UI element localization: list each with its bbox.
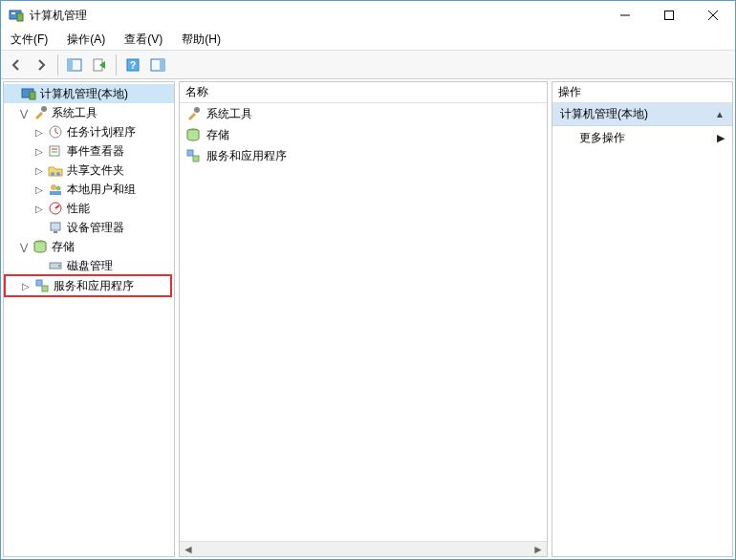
list-panel: 名称 系统工具 存储 服务和应用程序 ◄ <box>179 81 548 557</box>
svg-rect-5 <box>68 59 73 71</box>
export-list-button[interactable] <box>88 54 111 76</box>
svg-point-13 <box>41 106 47 112</box>
tree-label: 存储 <box>52 239 75 255</box>
tools-icon <box>185 106 201 121</box>
services-icon <box>185 148 201 163</box>
device-manager-icon <box>48 220 63 235</box>
window-controls <box>603 1 735 30</box>
svg-rect-33 <box>187 150 193 156</box>
tree-label: 任务计划程序 <box>67 124 136 140</box>
tree-device-manager[interactable]: ▷ 设备管理器 <box>4 218 174 237</box>
tree-storage[interactable]: ⋁ 存储 <box>4 237 174 256</box>
main-area: ▶ 计算机管理(本地) ⋁ 系统工具 ▷ 任务计划程序 <box>1 79 735 559</box>
computer-management-icon <box>9 8 24 23</box>
tools-icon <box>32 105 48 120</box>
tree-label: 磁盘管理 <box>67 258 113 274</box>
actions-header: 操作 <box>552 82 732 103</box>
tree-shared-folders[interactable]: ▷ 共享文件夹 <box>4 161 174 180</box>
toolbar-separator <box>116 54 117 75</box>
tree-label: 共享文件夹 <box>67 162 124 179</box>
svg-rect-16 <box>52 148 57 150</box>
svg-point-18 <box>51 172 54 176</box>
svg-text:?: ? <box>130 60 136 71</box>
actions-pane-button[interactable] <box>146 54 169 76</box>
chevron-right-icon[interactable]: ▷ <box>32 144 46 158</box>
svg-rect-12 <box>30 92 35 99</box>
list-item-storage[interactable]: 存储 <box>180 124 547 145</box>
list-item-label: 存储 <box>206 127 229 143</box>
back-button[interactable] <box>5 54 28 76</box>
list-column-header-name[interactable]: 名称 <box>180 82 547 103</box>
menu-view[interactable]: 查看(V) <box>120 30 166 50</box>
tree-local-users[interactable]: ▷ 本地用户和组 <box>4 180 174 199</box>
actions-header-label: 操作 <box>558 84 581 100</box>
maximize-button[interactable] <box>647 1 691 30</box>
list-body: 系统工具 存储 服务和应用程序 <box>180 103 547 541</box>
horizontal-scrollbar[interactable]: ◄ ► <box>180 541 547 556</box>
disk-icon <box>48 258 63 273</box>
menu-action[interactable]: 操作(A) <box>63 30 109 50</box>
svg-rect-17 <box>52 151 57 153</box>
chevron-right-icon[interactable]: ▷ <box>32 125 46 139</box>
chevron-right-icon[interactable]: ▷ <box>32 202 46 215</box>
svg-rect-10 <box>160 59 164 71</box>
minimize-button[interactable] <box>603 1 647 30</box>
tree-system-tools[interactable]: ⋁ 系统工具 <box>4 103 174 122</box>
svg-rect-3 <box>665 11 674 20</box>
event-viewer-icon <box>48 143 63 159</box>
chevron-down-icon[interactable]: ⋁ <box>17 106 31 119</box>
actions-body: 计算机管理(本地) ▲ 更多操作 ▶ <box>552 103 732 556</box>
svg-point-19 <box>56 172 60 176</box>
tree-disk-management[interactable]: ▷ 磁盘管理 <box>4 256 174 275</box>
actions-section-header[interactable]: 计算机管理(本地) ▲ <box>552 103 732 126</box>
chevron-up-icon: ▲ <box>715 109 725 119</box>
storage-icon <box>185 127 201 142</box>
navigation-tree: ▶ 计算机管理(本地) ⋁ 系统工具 ▷ 任务计划程序 <box>4 82 174 556</box>
actions-more-actions[interactable]: 更多操作 ▶ <box>552 126 732 150</box>
svg-rect-25 <box>54 231 57 233</box>
users-icon <box>48 182 63 197</box>
tree-panel: ▶ 计算机管理(本地) ⋁ 系统工具 ▷ 任务计划程序 <box>3 81 175 557</box>
tree-root[interactable]: ▶ 计算机管理(本地) <box>4 84 174 103</box>
scroll-left-icon[interactable]: ◄ <box>182 543 195 556</box>
clock-icon <box>48 124 63 140</box>
chevron-down-icon[interactable]: ⋁ <box>17 240 31 253</box>
titlebar: 计算机管理 <box>1 1 735 30</box>
scroll-right-icon[interactable]: ► <box>531 543 545 556</box>
chevron-right-icon[interactable]: ▷ <box>32 163 46 177</box>
menu-help[interactable]: 帮助(H) <box>178 30 225 50</box>
svg-point-28 <box>58 265 60 267</box>
list-item-services-apps[interactable]: 服务和应用程序 <box>180 145 547 166</box>
performance-icon <box>48 201 63 216</box>
svg-rect-34 <box>193 156 199 162</box>
svg-rect-29 <box>36 280 42 286</box>
menubar: 文件(F) 操作(A) 查看(V) 帮助(H) <box>1 30 735 51</box>
shared-folder-icon <box>48 162 63 178</box>
highlight-box: ▷ 服务和应用程序 <box>4 274 172 297</box>
tree-performance[interactable]: ▷ 性能 <box>4 199 174 218</box>
tree-event-viewer[interactable]: ▷ 事件查看器 <box>4 141 174 161</box>
forward-button[interactable] <box>30 54 53 76</box>
chevron-right-icon[interactable]: ▷ <box>19 279 32 292</box>
tree-label: 事件查看器 <box>67 143 124 160</box>
tree-services-apps[interactable]: ▷ 服务和应用程序 <box>6 276 170 295</box>
window-title: 计算机管理 <box>30 8 603 24</box>
show-hide-tree-button[interactable] <box>63 54 86 76</box>
svg-point-21 <box>56 186 61 191</box>
list-item-system-tools[interactable]: 系统工具 <box>180 103 547 124</box>
help-button[interactable]: ? <box>121 54 144 76</box>
svg-point-20 <box>51 184 56 190</box>
actions-item-label: 更多操作 <box>579 130 625 146</box>
svg-rect-2 <box>17 13 23 21</box>
chevron-right-icon[interactable]: ▷ <box>32 183 46 196</box>
menu-file[interactable]: 文件(F) <box>7 30 52 50</box>
services-icon <box>34 278 50 293</box>
list-item-label: 服务和应用程序 <box>206 148 287 164</box>
list-item-label: 系统工具 <box>206 106 252 122</box>
storage-icon <box>32 239 48 254</box>
tree-label: 性能 <box>67 201 90 217</box>
svg-point-31 <box>194 107 200 113</box>
svg-rect-1 <box>11 12 15 14</box>
tree-task-scheduler[interactable]: ▷ 任务计划程序 <box>4 122 174 141</box>
close-button[interactable] <box>691 1 735 30</box>
